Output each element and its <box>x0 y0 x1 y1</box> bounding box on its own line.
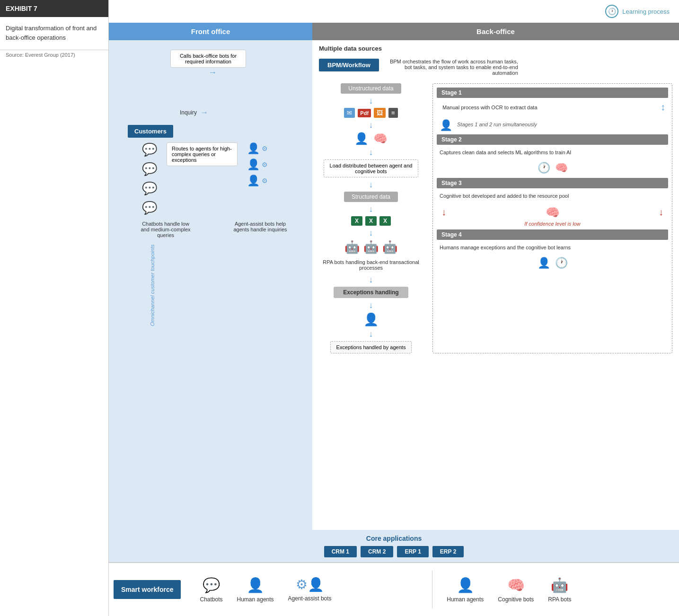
excel-icons: X X X <box>351 216 391 226</box>
arrow-5: ↓ <box>369 205 373 213</box>
unstructured-data-box: Unstructured data <box>341 83 401 94</box>
arrow-8: ↓ <box>369 301 373 309</box>
brain-icon-1: 🧠 <box>373 132 388 145</box>
stage4-icons: 👤 🕐 <box>437 255 668 273</box>
erp2-button[interactable]: ERP 2 <box>432 546 464 557</box>
load-distributed-box: Load distributed between agent and cogni… <box>324 159 418 177</box>
workforce-chatbots: 💬 Chatbots <box>200 577 222 603</box>
front-office-body: Omnichannel customer touchpoints Calls b… <box>109 40 312 530</box>
crm1-button[interactable]: CRM 1 <box>324 546 357 557</box>
human-large-icon-1: 👤 <box>247 577 264 593</box>
gear-icon-3: ⚙ <box>262 177 268 185</box>
multiple-data: Multiple data sources <box>319 45 672 52</box>
arrow-9: ↓ <box>369 330 373 338</box>
exhibit-label: EXHIBIT 7 <box>0 0 108 17</box>
exceptions-agents-box: Exceptions handled by agents <box>330 341 412 353</box>
top-bar: 🕐 Learning process <box>109 0 679 23</box>
agent-icon-2: 👤 <box>247 158 260 171</box>
sidebar-title: Digital transformation of front and back… <box>0 17 108 47</box>
erp1-button[interactable]: ERP 1 <box>397 546 428 557</box>
data-icons: ✉ Pdf 🖼 ≡ <box>344 108 397 118</box>
chatbots-desc: Chatbots handle low and medium-complex q… <box>137 221 194 238</box>
back-office-header: Back-office <box>312 23 679 40</box>
learning-process: 🕐 Learning process <box>605 5 670 18</box>
arrow-7: ↓ <box>369 275 373 284</box>
cognitive-bots-label: Cognitive bots <box>498 596 534 603</box>
stage2-content: Captures clean data and selects ML algor… <box>437 147 668 160</box>
clock-icon: 🕐 <box>605 5 618 18</box>
red-arrow-left: ↓ <box>441 207 446 218</box>
core-applications: Core applications CRM 1 CRM 2 ERP 1 ERP … <box>109 530 679 562</box>
chatbot-icon-4: 💬 <box>142 201 157 215</box>
callout-box: Calls back-office bots for required info… <box>170 50 246 68</box>
agent-assist-desc: Agent-assist bots help agents handle inq… <box>232 221 289 238</box>
img-icon: 🖼 <box>374 108 386 118</box>
core-apps-buttons: CRM 1 CRM 2 ERP 1 ERP 2 <box>324 546 464 557</box>
stage3-italic: If confidence level is low <box>437 221 668 229</box>
workforce-cognitive-bots: 🧠 Cognitive bots <box>498 577 534 603</box>
stage4-person-icon: 👤 <box>538 257 550 269</box>
stage2-clock-icon: 🕐 <box>538 162 550 174</box>
workforce-human-agents-right: 👤 Human agents <box>447 577 484 603</box>
agent-assist-large-icon: ⚙👤 <box>296 577 324 592</box>
arrow-4: ↓ <box>369 180 373 189</box>
arrow-3: ↓ <box>369 148 373 157</box>
arrow-both-1: ↕ <box>661 102 665 113</box>
smart-workforce: Smart workforce 💬 Chatbots 👤 Human agent… <box>109 562 679 616</box>
red-arrow-right: ↓ <box>659 207 663 218</box>
stage1-person-icon: 👤 <box>440 119 452 132</box>
pdf-icon: Pdf <box>358 109 371 117</box>
arrow-1: ↓ <box>369 97 373 105</box>
page-container: EXHIBIT 7 Digital transformation of fron… <box>0 0 679 616</box>
person-icon-2: 👤 <box>363 312 379 327</box>
workforce-divider <box>432 571 432 608</box>
bpm-row: BPM/Workflow BPM orchestrates the flow o… <box>319 59 672 76</box>
stage4-clock-icon: 🕐 <box>555 257 568 269</box>
agent-icon-1: 👤 <box>247 142 260 155</box>
inquiry-label: Inquiry <box>180 109 197 116</box>
stage3-bar: Stage 3 <box>437 178 668 188</box>
brain-large-icon: 🧠 <box>507 577 525 593</box>
arrow-6: ↓ <box>369 229 373 237</box>
stage4-content: Humans manage exceptions and the cogniti… <box>437 242 668 255</box>
excel-icon-2: X <box>365 216 377 226</box>
robot-icons: 🤖 🤖 🤖 <box>344 240 397 255</box>
sidebar-source: Source: Everest Group (2017) <box>0 50 108 60</box>
workforce-items-right: 👤 Human agents 🧠 Cognitive bots 🤖 RPA bo… <box>437 577 674 603</box>
sidebar: EXHIBIT 7 Digital transformation of fron… <box>0 0 109 616</box>
customers-box: Customers <box>128 125 173 138</box>
back-office-body: Multiple data sources BPM/Workflow BPM o… <box>312 40 679 530</box>
gear-icon-1: ⚙ <box>262 145 268 152</box>
stage1-content: Manual process with OCR to extract data <box>440 102 657 115</box>
center-flow: Unstructured data ↓ ✉ Pdf 🖼 ≡ ↓ 👤 <box>319 83 672 353</box>
right-stages: Stage 1 Manual process with OCR to extra… <box>432 83 672 353</box>
left-flow: Unstructured data ↓ ✉ Pdf 🖼 ≡ ↓ 👤 <box>319 83 423 353</box>
omnichannel-label: Omnichannel customer touchpoints <box>150 244 155 326</box>
workforce-items-left: 💬 Chatbots 👤 Human agents ⚙👤 Agent-assis… <box>190 577 427 603</box>
agent-assist-label: Agent-assist bots <box>288 595 332 602</box>
agent-icon-3: 👤 <box>247 175 260 187</box>
human-agents-right-label: Human agents <box>447 596 484 603</box>
smart-workforce-label: Smart workforce <box>114 580 181 599</box>
gear-icon-2: ⚙ <box>262 161 268 168</box>
structured-data-box: Structured data <box>344 192 398 202</box>
robot-icon-2: 🤖 <box>363 240 379 255</box>
stage1-italic: Stages 1 and 2 run simultaneously <box>457 121 537 130</box>
routes-box: Routes to agents for high-complex querie… <box>167 142 238 166</box>
robot-icon-3: 🤖 <box>382 240 397 255</box>
crm2-button[interactable]: CRM 2 <box>361 546 393 557</box>
stage2-brain-icon: 🧠 <box>555 162 568 174</box>
core-apps-label: Core applications <box>366 535 422 542</box>
robot-icon-1: 🤖 <box>344 240 360 255</box>
robot-large-icon: 🤖 <box>551 577 568 593</box>
person-brain-row: 👤 🧠 <box>354 132 388 145</box>
stage1-bar: Stage 1 <box>437 88 668 98</box>
exceptions-handling-box: Exceptions handling <box>334 287 408 298</box>
rpa-bots-label: RPA bots <box>548 596 571 603</box>
workforce-rpa-bots: 🤖 RPA bots <box>548 577 571 603</box>
chatbot-large-icon: 💬 <box>203 577 220 593</box>
doc-icon: ≡ <box>388 108 398 118</box>
person-icon-1: 👤 <box>354 132 369 145</box>
excel-icon-1: X <box>351 216 362 226</box>
rpa-desc: RPA bots handling back-end transactional… <box>319 257 423 273</box>
